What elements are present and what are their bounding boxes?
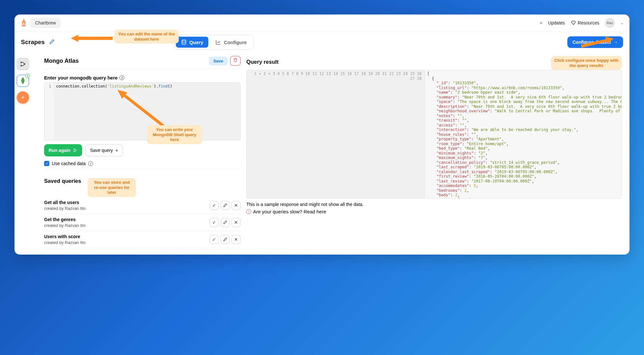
heart-handshake-icon [571,20,576,25]
json-gutter: 1 ▾ 2 ▾ 3 4 5 6 7 8 9 10 11 12 13 14 15 … [247,70,425,198]
code-line[interactable]: connection.collection('listingsAndReview… [54,83,240,140]
avatar[interactable]: Raz [605,18,615,28]
sidebar-mongo-connection[interactable]: 1 [17,75,29,87]
edit-query-button[interactable] [221,235,230,244]
brand-name[interactable]: Chartbrew [31,18,61,28]
svg-rect-2 [24,23,25,25]
svg-point-3 [182,40,186,42]
sidebar-flow-icon[interactable] [17,58,29,70]
edit-name-icon[interactable] [49,39,55,46]
right-panel: Query result Click configure once happy … [246,56,622,248]
chartbrew-logo-icon [20,19,27,27]
use-cached-row: ✓ Use cached data i [44,161,241,166]
saved-query-author: created by Razvan Ilin [44,223,208,228]
use-query-button[interactable]: ✓ [210,201,219,210]
tab-configure[interactable]: Configure [210,37,252,48]
body: 1 + Mongo Atlas Save Enter your mongodb … [14,53,630,255]
svg-point-6 [24,63,25,64]
svg-point-4 [21,62,22,63]
save-query-button[interactable]: Save query + [85,144,123,156]
sample-note: This is a sample response and might not … [246,202,622,207]
arrow-right-icon: → [613,40,618,45]
edit-query-button[interactable] [221,201,230,210]
json-result-viewer[interactable]: 1 ▾ 2 ▾ 3 4 5 6 7 8 9 10 11 12 13 14 15 … [246,70,622,199]
query-result-title: Query result [246,59,279,65]
saved-query-name: Get the genres [44,217,208,222]
saved-query-item: Get all the users created by Razvan Ilin… [44,197,241,214]
run-again-button[interactable]: Run again [44,144,82,156]
left-panel: Mongo Atlas Save Enter your mongodb quer… [44,56,241,248]
query-label: Enter your mongodb query here i [44,75,241,80]
arrow-annotation-icon [69,33,114,43]
saved-query-name: Get all the users [44,200,208,205]
slow-queries-link[interactable]: i Are your queries slow? Read here [246,209,622,214]
svg-rect-1 [24,22,24,25]
database-icon [181,39,187,45]
json-body: [ { "_id": "10133350", "listing_url": "h… [425,70,621,198]
plus-icon: + [116,148,118,153]
use-cached-checkbox[interactable]: ✓ [44,161,49,166]
tab-segment: Query Configure [174,35,254,50]
info-icon: i [246,209,251,214]
delete-query-button[interactable]: ✕ [232,235,241,244]
delete-query-button[interactable]: ✕ [232,201,241,210]
sidebar: 1 + [14,53,31,255]
callout-configure: Click configure once happy with the quer… [551,56,622,70]
connection-title: Mongo Atlas [44,58,79,64]
use-query-button[interactable]: ✓ [210,235,219,244]
info-icon[interactable]: i [119,75,124,80]
updates-link[interactable]: Updates [548,20,565,25]
plus-icon: + [21,94,25,101]
callout-store-reuse: You can store and re-use queries for lat… [88,178,136,197]
chart-icon [215,39,221,45]
resources-link[interactable]: Resources [571,20,599,25]
dataset-name: Scrapes [21,39,45,46]
divider [44,169,241,170]
mongodb-leaf-icon [20,77,25,84]
saved-query-name: Users with score [44,234,208,239]
topbar: Chartbrew Updates Resources Raz ⌄ [14,14,630,32]
svg-point-5 [21,65,22,66]
app-window: Chartbrew Updates Resources Raz ⌄ Scrape… [14,14,630,255]
main-panels: Mongo Atlas Save Enter your mongodb quer… [31,53,630,255]
use-query-button[interactable]: ✓ [210,218,219,227]
connection-badge: 1 [25,74,30,78]
delete-button[interactable] [230,56,241,66]
tab-query[interactable]: Query [176,37,208,48]
configure-dataset-button[interactable]: Configure dataset → [567,36,623,48]
trash-icon [233,58,238,62]
divider [44,69,241,69]
gutter: 1 [44,83,54,140]
query-editor[interactable]: 1 connection.collection('listingsAndRevi… [44,82,241,140]
sidebar-add-button[interactable]: + [17,91,29,104]
toolbar: Scrapes You can edit the name of the dat… [14,32,630,53]
callout-edit-name: You can edit the name of the dataset her… [114,30,179,43]
delete-query-button[interactable]: ✕ [232,218,241,227]
saved-query-author: created by Razvan Ilin [44,240,208,245]
chevron-down-icon[interactable]: ⌄ [620,21,624,25]
edit-query-button[interactable] [221,218,230,227]
saved-query-item: Get the genres created by Razvan Ilin ✓ … [44,214,241,231]
saved-query-author: created by Razvan Ilin [44,206,208,211]
svg-rect-0 [23,23,23,25]
status-dot-icon [540,22,542,24]
info-icon[interactable]: i [88,161,93,166]
saved-queries-title: Saved queries [44,178,81,184]
use-cached-label: Use cached data [52,161,86,166]
saved-query-item: Users with score created by Razvan Ilin … [44,231,241,248]
save-button[interactable]: Save [209,57,228,65]
play-icon [73,148,78,153]
